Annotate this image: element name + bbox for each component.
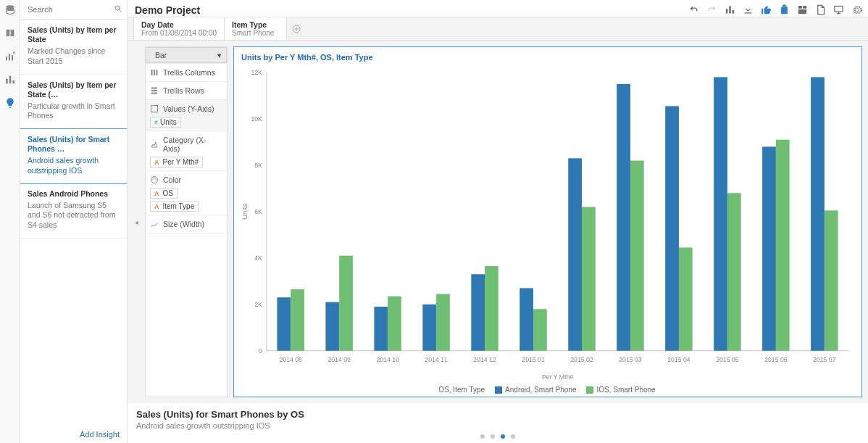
bar[interactable] — [436, 294, 450, 350]
bar[interactable] — [291, 289, 304, 351]
pager — [136, 430, 859, 440]
present-icon[interactable] — [833, 4, 844, 15]
values-pill-units[interactable]: #Units — [150, 117, 181, 128]
svg-rect-12 — [733, 10, 735, 13]
chevron-down-icon: ▾ — [217, 51, 222, 59]
category-section[interactable]: Category (X-Axis) — [150, 134, 222, 154]
svg-rect-24 — [151, 106, 158, 112]
bar[interactable] — [776, 140, 790, 351]
insight-desc: Android sales growth outstripping IOS — [28, 156, 120, 175]
lightbulb-icon[interactable] — [4, 97, 16, 109]
search-box[interactable] — [20, 0, 127, 20]
trellis-rows[interactable]: Trellis Rows — [150, 85, 222, 96]
trellis-rows-icon — [150, 86, 159, 95]
layout-icon[interactable] — [797, 4, 808, 15]
clipboard-icon[interactable] — [779, 4, 790, 15]
thumbs-up-icon[interactable] — [761, 4, 772, 15]
svg-text:2014 09: 2014 09 — [327, 356, 350, 364]
undo-icon[interactable] — [688, 4, 699, 15]
bar[interactable] — [374, 307, 388, 351]
legend-item-ios[interactable]: IOS, Smart Phone — [586, 386, 655, 394]
pager-dot[interactable] — [501, 434, 505, 439]
collapse-config-handle[interactable]: ◂ — [133, 46, 139, 397]
bar[interactable] — [582, 207, 596, 350]
database-icon[interactable] — [4, 4, 16, 16]
stats-icon[interactable] — [4, 51, 16, 62]
canvas: ◂ Bar ▾ Trellis Columns — [128, 41, 868, 403]
filter-tabs: Day Date From 01/08/2014 00:00 Item Type… — [128, 17, 868, 41]
main: Demo Project Day Date From 01/08/2014 00… — [128, 0, 868, 443]
tab-label: Day Date — [141, 20, 217, 29]
bars-icon[interactable] — [4, 74, 16, 86]
pager-dot[interactable] — [480, 434, 485, 439]
pager-dot[interactable] — [491, 434, 495, 439]
bar[interactable] — [485, 266, 498, 351]
gear-icon[interactable] — [851, 4, 862, 15]
values-label: Values (Y-Axis) — [163, 104, 214, 113]
insight-desc: Launch of Samsung S5 and S6 not detracte… — [28, 201, 120, 231]
svg-text:2015 04: 2015 04 — [667, 356, 690, 364]
svg-text:Units: Units — [241, 203, 248, 220]
bars2-icon[interactable] — [725, 4, 735, 15]
add-tab-button[interactable] — [287, 17, 306, 40]
svg-rect-6 — [9, 76, 11, 84]
bar[interactable] — [519, 288, 533, 350]
svg-rect-2 — [9, 54, 10, 60]
svg-text:2K: 2K — [254, 301, 262, 309]
bar[interactable] — [568, 158, 582, 350]
color-pill-itemtype[interactable]: AItem Type — [150, 201, 199, 212]
bar[interactable] — [471, 274, 485, 351]
redo-icon[interactable] — [706, 4, 717, 15]
size-section[interactable]: Size (Width) — [150, 218, 222, 230]
tab-day-date[interactable]: Day Date From 01/08/2014 00:00 — [133, 17, 225, 40]
bar[interactable] — [533, 309, 547, 351]
viz-type-dropdown[interactable]: Bar ▾ — [146, 47, 227, 63]
bar[interactable] — [727, 193, 741, 350]
bar[interactable] — [665, 106, 679, 350]
bar[interactable] — [277, 297, 291, 351]
bar[interactable] — [630, 161, 644, 351]
svg-text:2015 01: 2015 01 — [522, 356, 544, 364]
bar[interactable] — [762, 146, 776, 350]
sidebar: Sales (Units) by Item per StateMarked Ch… — [20, 0, 128, 443]
insight-item[interactable]: Sales (Units) by Item per State (…Partic… — [20, 75, 127, 130]
palette-icon — [150, 175, 159, 184]
svg-rect-19 — [154, 70, 155, 75]
svg-rect-10 — [726, 9, 728, 13]
svg-text:2015 07: 2015 07 — [813, 356, 835, 364]
bar[interactable] — [422, 305, 436, 351]
legend-item-android[interactable]: Android, Smart Phone — [495, 386, 576, 394]
add-insight-link[interactable]: Add Insight — [20, 426, 127, 443]
bar[interactable] — [617, 84, 630, 351]
search-input[interactable] — [20, 0, 127, 19]
toolbar — [688, 4, 862, 15]
color-section[interactable]: Color — [150, 174, 222, 186]
book-icon[interactable] — [4, 28, 16, 39]
color-label: Color — [163, 175, 181, 184]
trellis-columns[interactable]: Trellis Columns — [150, 67, 222, 78]
insight-item[interactable]: Sales (Units) for Smart Phones …Android … — [20, 128, 127, 184]
color-pill-os[interactable]: AOS — [150, 188, 178, 199]
svg-rect-23 — [151, 93, 157, 94]
svg-text:2014 10: 2014 10 — [376, 356, 398, 364]
tab-item-type[interactable]: Item Type Smart Phone — [225, 17, 287, 40]
svg-text:4K: 4K — [254, 254, 262, 262]
pager-dot[interactable] — [511, 434, 515, 439]
svg-text:6K: 6K — [254, 208, 262, 216]
bar[interactable] — [325, 302, 339, 351]
bar[interactable] — [339, 256, 353, 351]
bar[interactable] — [388, 297, 401, 351]
category-pill[interactable]: APer Y Mth# — [150, 157, 203, 167]
bar[interactable] — [811, 77, 825, 350]
download-icon[interactable] — [743, 4, 754, 15]
plus-icon — [292, 25, 301, 33]
bar[interactable] — [825, 210, 838, 351]
insight-item[interactable]: Sales Android PhonesLaunch of Samsung S5… — [20, 183, 127, 239]
insight-item[interactable]: Sales (Units) by Item per StateMarked Ch… — [20, 20, 127, 75]
page-icon[interactable] — [815, 4, 826, 15]
bar[interactable] — [679, 247, 693, 350]
values-section[interactable]: Values (Y-Axis) — [150, 103, 222, 115]
svg-text:2015 06: 2015 06 — [764, 356, 787, 364]
bar[interactable] — [714, 77, 727, 350]
svg-rect-5 — [6, 79, 8, 84]
